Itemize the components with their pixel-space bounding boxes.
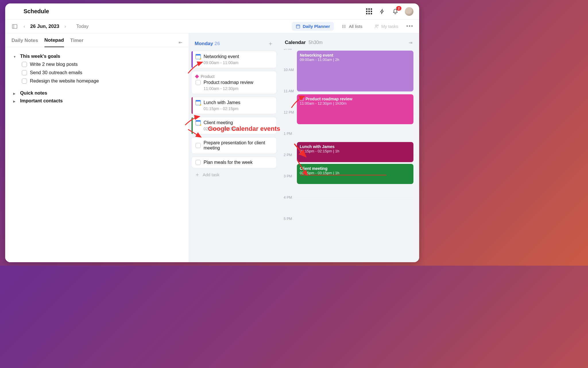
svg-rect-0 — [12, 24, 17, 28]
todo-item[interactable]: Send 30 outreach emails — [22, 68, 181, 77]
calendar-event[interactable]: Lunch with James01:15pm - 02:15pm | 1h — [297, 142, 413, 162]
card-title: Product roadmap review — [204, 80, 253, 85]
titlebar: Schedule 2 — [5, 3, 419, 20]
view-all-lists[interactable]: All lists — [338, 22, 366, 31]
checkbox[interactable] — [300, 97, 304, 101]
tab-notepad[interactable]: Notepad — [45, 37, 64, 47]
plus-icon: ＋ — [195, 171, 200, 178]
bolt-icon[interactable] — [378, 8, 386, 15]
disclosure-icon[interactable] — [13, 98, 17, 103]
daylist-title: Monday 26 — [195, 41, 220, 47]
next-day-button[interactable]: › — [63, 23, 67, 30]
notifications-icon[interactable]: 2 — [392, 8, 399, 15]
daylist-card[interactable]: Plan meals for the week — [191, 157, 277, 168]
hour-label: 4 PM — [284, 195, 292, 200]
menu-icon[interactable] — [11, 8, 18, 15]
disclosure-icon[interactable] — [13, 53, 17, 59]
prev-day-button[interactable]: ‹ — [22, 23, 27, 30]
diamond-icon — [195, 74, 199, 78]
calendar-panel: Calendar 5h30m ⇥ 9 AM10 AM11 AM12 PM1 PM… — [281, 36, 416, 259]
calendar-event[interactable]: Networking event09:00am - 11:00am | 2h — [297, 51, 413, 91]
hour-row: 5 PM — [283, 219, 415, 240]
calendar-event[interactable]: Client meeting02:15pm - 03:15pm | 1h — [297, 164, 413, 184]
view-label: Daily Planner — [303, 24, 330, 29]
event-subtitle: 02:15pm - 03:15pm | 1h — [300, 171, 411, 175]
event-title: Lunch with James — [300, 144, 411, 149]
add-task-button[interactable]: ＋Add task — [191, 168, 277, 181]
svg-point-12 — [375, 25, 377, 26]
collapse-right-icon[interactable]: ⇥ — [409, 40, 412, 45]
card-time: 01:15pm - 02:15pm — [204, 106, 273, 111]
page-title: Schedule — [24, 8, 49, 15]
add-task-label: Add task — [203, 172, 219, 177]
daylist-card[interactable]: Lunch with James01:15pm - 02:15pm — [191, 97, 277, 114]
event-subtitle: 01:15pm - 02:15pm | 1h — [300, 149, 411, 153]
today-button[interactable]: Today — [76, 24, 89, 29]
view-label: All lists — [349, 24, 362, 29]
notepad-body[interactable]: This week's goals Write 2 new blog posts… — [5, 47, 189, 110]
main-content: Daily Notes Notepad Timer ⇤ This week's … — [5, 33, 419, 262]
svg-rect-2 — [296, 25, 300, 28]
hour-label: 5 PM — [284, 217, 292, 221]
daylist-card[interactable]: Client meeting02:15pm - 03:15pm — [191, 117, 277, 134]
section-title: Quick notes — [20, 90, 47, 96]
checkbox[interactable] — [196, 143, 201, 148]
card-time: 09:00am - 11:00am — [204, 60, 273, 65]
notification-badge: 2 — [396, 6, 401, 11]
google-calendar-icon — [196, 54, 201, 59]
disclosure-icon[interactable] — [13, 90, 17, 95]
section-title: This week's goals — [20, 53, 60, 59]
event-title: Product roadmap review — [300, 97, 411, 101]
checkbox[interactable] — [196, 80, 201, 85]
hour-label: 1 PM — [284, 132, 292, 136]
view-label: My tasks — [381, 24, 398, 29]
app-window: Schedule 2 ‹ 26 Jun, 2023 › Today Daily … — [5, 3, 419, 262]
svg-point-11 — [343, 27, 343, 28]
svg-point-9 — [343, 25, 343, 25]
event-subtitle: 11:00am - 12:30pm | 1h30m — [300, 101, 411, 106]
toolbar: ‹ 26 Jun, 2023 › Today Daily Planner All… — [5, 20, 419, 33]
card-tag: Product — [196, 74, 273, 79]
todo-item[interactable]: Write 2 new blog posts — [22, 60, 181, 68]
view-daily-planner[interactable]: Daily Planner — [292, 22, 334, 31]
section-title: Important contacts — [20, 98, 63, 103]
hour-label: 12 PM — [284, 110, 294, 114]
collapse-left-icon[interactable]: ⇤ — [179, 40, 182, 45]
calendar-timeline[interactable]: 9 AM10 AM11 AM12 PM1 PM2 PM3 PM4 PM5 PMN… — [283, 49, 415, 259]
panel-toggle-icon[interactable] — [11, 23, 18, 30]
card-time: 02:15pm - 03:15pm — [204, 126, 273, 131]
tab-timer[interactable]: Timer — [70, 38, 84, 47]
hour-label: 10 AM — [284, 68, 294, 72]
calendar-title: Calendar — [285, 40, 306, 45]
avatar[interactable] — [405, 7, 413, 16]
daylist-card[interactable]: Networking event09:00am - 11:00am — [191, 51, 277, 68]
daylist-card[interactable]: ProductProduct roadmap review11:00am - 1… — [191, 71, 277, 94]
calendar-event[interactable]: Product roadmap review11:00am - 12:30pm … — [297, 94, 413, 124]
add-task-icon[interactable]: ＋ — [268, 40, 273, 47]
daylist-panel: Monday 26 ＋ Networking event09:00am - 11… — [191, 36, 277, 259]
notepad-tabs: Daily Notes Notepad Timer ⇤ — [5, 33, 189, 47]
hour-label: 3 PM — [284, 174, 292, 178]
view-my-tasks[interactable]: My tasks — [370, 22, 402, 31]
card-time: 11:00am - 12:30pm — [204, 86, 273, 91]
more-menu-icon[interactable]: ••• — [406, 23, 413, 29]
annotation-line — [300, 175, 386, 175]
checkbox[interactable] — [196, 160, 201, 165]
todo-label: Send 30 outreach emails — [30, 70, 82, 75]
date-label[interactable]: 26 Jun, 2023 — [30, 24, 59, 29]
event-title: Networking event — [300, 53, 411, 57]
checkbox[interactable] — [22, 78, 27, 84]
card-title: Prepare presentation for client meeting — [204, 140, 273, 151]
card-title: Plan meals for the week — [204, 160, 253, 165]
hour-label: 11 AM — [284, 89, 294, 93]
todo-label: Write 2 new blog posts — [30, 62, 78, 67]
todo-item[interactable]: Redesign the website homepage — [22, 77, 181, 85]
google-calendar-icon — [196, 120, 201, 125]
svg-point-13 — [377, 25, 378, 26]
tab-daily-notes[interactable]: Daily Notes — [11, 38, 38, 47]
daylist-card[interactable]: Prepare presentation for client meeting — [191, 137, 277, 154]
checkbox[interactable] — [22, 62, 27, 67]
checkbox[interactable] — [22, 70, 27, 75]
event-subtitle: 09:00am - 11:00am | 2h — [300, 57, 411, 62]
apps-grid-icon[interactable] — [365, 8, 373, 15]
